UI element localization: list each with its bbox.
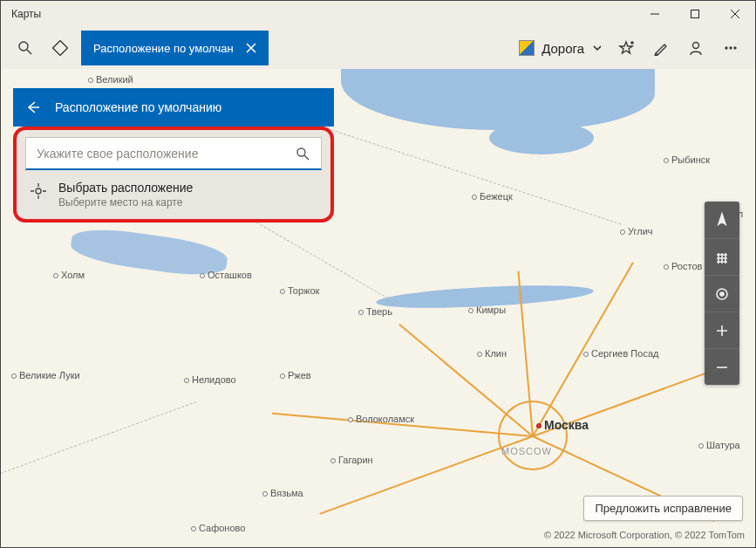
tilt-button[interactable]	[705, 238, 739, 275]
locate-icon	[714, 286, 730, 302]
crosshair-icon	[29, 182, 48, 200]
suggest-edit-button[interactable]: Предложить исправление	[583, 496, 743, 521]
svg-point-3	[693, 43, 699, 49]
svg-point-1	[19, 42, 28, 51]
more-button[interactable]	[713, 31, 748, 65]
window-title: Карты	[11, 8, 41, 20]
map-style-dropdown[interactable]: Дорога	[514, 31, 609, 65]
map-style-label: Дорога	[541, 41, 584, 56]
maximize-button[interactable]	[675, 1, 715, 27]
chip-close-button[interactable]	[234, 31, 269, 65]
attribution: © 2022 Microsoft Corporation, © 2022 Tom…	[544, 530, 745, 540]
choose-location-subtitle: Выберите место на карте	[58, 196, 193, 209]
more-icon	[723, 40, 739, 56]
zoom-out-button[interactable]	[705, 348, 739, 385]
star-plus-icon	[618, 40, 634, 56]
svg-point-6	[734, 47, 736, 49]
choose-location-option[interactable]: Выбрать расположение Выберите место на к…	[25, 170, 322, 210]
panel-back-button[interactable]	[18, 93, 46, 121]
search-icon	[17, 40, 33, 56]
directions-button[interactable]	[43, 31, 78, 65]
svg-rect-0	[691, 10, 699, 18]
annotation-highlight: Выбрать расположение Выберите место на к…	[13, 127, 334, 223]
pen-icon	[653, 40, 669, 56]
default-location-chip-label: Расположение по умолчан	[93, 42, 234, 55]
location-search-button[interactable]	[289, 140, 316, 167]
zoom-in-button[interactable]	[705, 312, 739, 348]
panel-header: Расположение по умолчанию	[13, 88, 334, 127]
account-button[interactable]	[678, 31, 713, 65]
svg-point-8	[36, 188, 41, 194]
choose-location-title: Выбрать расположение	[58, 181, 193, 195]
toolbar: Расположение по умолчан Дорога	[1, 27, 755, 69]
svg-point-10	[720, 292, 724, 296]
directions-icon	[52, 40, 68, 56]
default-location-panel: Расположение по умолчанию Выбрать распол…	[13, 88, 334, 223]
svg-point-7	[297, 148, 305, 156]
compass-icon	[714, 212, 730, 228]
tilt-icon	[714, 250, 730, 265]
favorites-button[interactable]	[609, 31, 644, 65]
svg-point-5	[730, 47, 732, 49]
map-controls	[705, 202, 739, 385]
svg-rect-2	[53, 41, 68, 56]
location-search-input[interactable]	[35, 146, 289, 161]
locate-button[interactable]	[705, 275, 739, 312]
close-button[interactable]	[715, 1, 755, 27]
arrow-left-icon	[24, 99, 40, 115]
window-controls	[635, 1, 755, 27]
svg-point-4	[725, 47, 727, 49]
titlebar: Карты	[1, 1, 755, 27]
panel-title: Расположение по умолчанию	[55, 100, 221, 114]
minus-icon	[714, 360, 730, 375]
search-icon	[296, 147, 310, 161]
location-search-row	[25, 137, 322, 170]
default-location-chip[interactable]: Расположение по умолчан	[81, 31, 269, 65]
compass-button[interactable]	[705, 202, 739, 238]
map-style-icon	[519, 40, 535, 56]
maximize-icon	[690, 9, 700, 19]
search-button[interactable]	[8, 31, 43, 65]
ink-button[interactable]	[644, 31, 678, 65]
minimize-icon	[650, 9, 660, 19]
close-icon	[245, 42, 257, 54]
person-icon	[688, 40, 704, 56]
close-icon	[730, 9, 740, 19]
minimize-button[interactable]	[635, 1, 675, 27]
chevron-down-icon	[591, 42, 603, 54]
plus-icon	[714, 323, 730, 339]
